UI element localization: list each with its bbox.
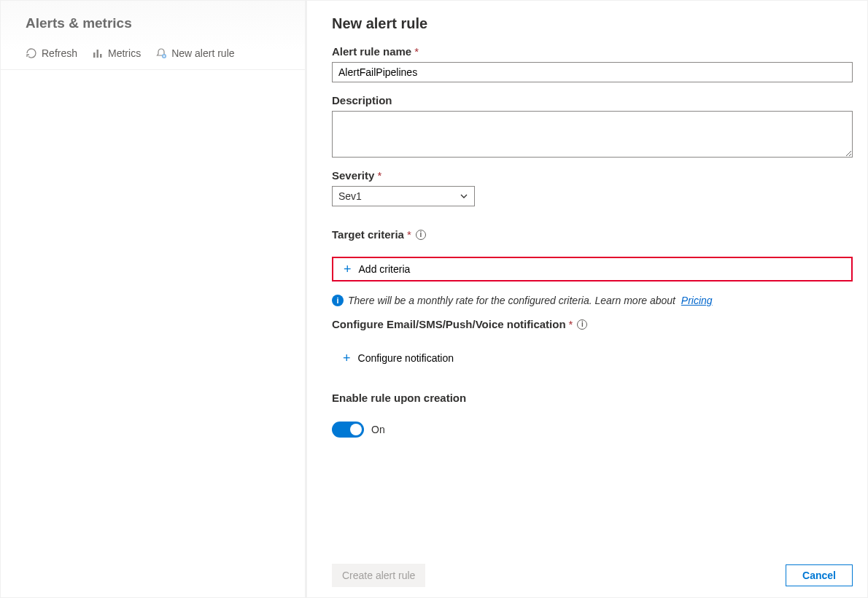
pricing-info-text: There will be a monthly rate for the con… bbox=[348, 295, 675, 306]
description-label: Description bbox=[332, 94, 853, 106]
new-alert-rule-label: New alert rule bbox=[171, 47, 234, 59]
severity-label: Severity * bbox=[332, 169, 853, 182]
enable-toggle[interactable] bbox=[332, 422, 364, 438]
required-asterisk: * bbox=[407, 228, 411, 241]
alert-rule-name-input[interactable] bbox=[332, 62, 853, 82]
toggle-knob bbox=[350, 424, 362, 435]
refresh-label: Refresh bbox=[42, 47, 77, 59]
metrics-label: Metrics bbox=[108, 47, 141, 59]
target-criteria-label: Target criteria * i bbox=[332, 228, 853, 241]
notification-label-text: Configure Email/SMS/Push/Voice notificat… bbox=[332, 318, 566, 330]
notification-label: Configure Email/SMS/Push/Voice notificat… bbox=[332, 318, 853, 330]
svg-rect-2 bbox=[100, 54, 102, 58]
refresh-icon bbox=[26, 47, 37, 59]
left-panel-title: Alerts & metrics bbox=[1, 1, 305, 31]
enable-toggle-row: On bbox=[332, 422, 853, 438]
add-criteria-button[interactable]: + Add criteria bbox=[332, 257, 853, 281]
footer: Create alert rule Cancel bbox=[332, 554, 853, 597]
description-input[interactable] bbox=[332, 111, 853, 158]
alert-icon bbox=[155, 47, 167, 59]
severity-value: Sev1 bbox=[338, 190, 362, 202]
info-icon[interactable]: i bbox=[416, 230, 426, 240]
severity-select[interactable]: Sev1 bbox=[332, 186, 475, 206]
metrics-button[interactable]: Metrics bbox=[92, 47, 141, 59]
pricing-link[interactable]: Pricing bbox=[681, 295, 713, 306]
enable-rule-label: Enable rule upon creation bbox=[332, 392, 853, 404]
enable-rule-label-text: Enable rule upon creation bbox=[332, 392, 466, 404]
configure-notification-button[interactable]: + Configure notification bbox=[332, 346, 853, 370]
toggle-state-label: On bbox=[371, 424, 385, 435]
cancel-button[interactable]: Cancel bbox=[786, 564, 853, 586]
svg-rect-1 bbox=[97, 50, 99, 58]
info-icon[interactable]: i bbox=[577, 319, 587, 330]
required-asterisk: * bbox=[377, 169, 381, 182]
svg-rect-0 bbox=[93, 53, 96, 58]
configure-notification-label: Configure notification bbox=[358, 352, 454, 364]
new-alert-rule-button[interactable]: New alert rule bbox=[155, 47, 234, 59]
required-asterisk: * bbox=[569, 318, 573, 330]
plus-icon: + bbox=[344, 263, 352, 276]
refresh-button[interactable]: Refresh bbox=[26, 47, 77, 59]
name-label: Alert rule name * bbox=[332, 45, 853, 58]
create-alert-rule-button: Create alert rule bbox=[332, 564, 425, 587]
required-asterisk: * bbox=[414, 45, 419, 58]
metrics-icon bbox=[92, 47, 104, 59]
target-criteria-label-text: Target criteria bbox=[332, 228, 404, 241]
right-panel: New alert rule Alert rule name * Descrip… bbox=[307, 1, 867, 597]
pricing-info-line: i There will be a monthly rate for the c… bbox=[332, 295, 853, 306]
left-panel: Alerts & metrics Refresh Metrics New ale… bbox=[1, 1, 307, 597]
name-label-text: Alert rule name bbox=[332, 45, 411, 58]
plus-icon: + bbox=[343, 352, 351, 365]
info-solid-icon: i bbox=[332, 295, 344, 306]
severity-label-text: Severity bbox=[332, 169, 374, 182]
description-label-text: Description bbox=[332, 94, 392, 106]
add-criteria-label: Add criteria bbox=[359, 263, 411, 275]
left-toolbar: Refresh Metrics New alert rule bbox=[1, 31, 305, 70]
chevron-down-icon bbox=[460, 192, 468, 201]
app-root: Alerts & metrics Refresh Metrics New ale… bbox=[0, 0, 868, 598]
page-title: New alert rule bbox=[332, 15, 853, 32]
